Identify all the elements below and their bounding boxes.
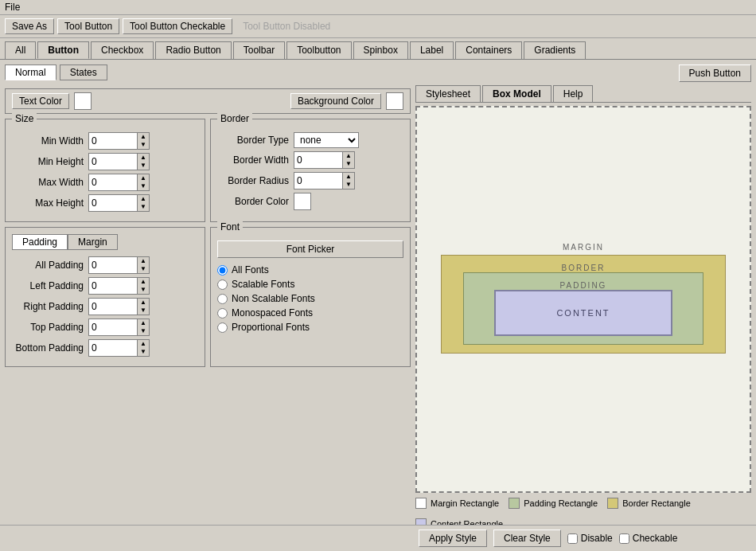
text-color-button[interactable]: Text Color	[12, 93, 69, 109]
tab-toolbar[interactable]: Toolbar	[233, 41, 285, 59]
right-tab-stylesheet[interactable]: Stylesheet	[415, 85, 481, 102]
margin-label: MARGIN	[563, 243, 604, 252]
max-height-spinbox[interactable]: ▲ ▼	[88, 194, 150, 212]
max-height-down[interactable]: ▼	[138, 203, 149, 211]
font-picker-button[interactable]: Font Picker	[217, 240, 403, 258]
border-width-spinbox[interactable]: ▲ ▼	[294, 151, 355, 169]
min-width-spinbox[interactable]: ▲ ▼	[88, 132, 150, 150]
right-padding-spinbox[interactable]: ▲ ▼	[88, 298, 150, 315]
top-padding-up[interactable]: ▲	[138, 319, 149, 327]
tab-containers[interactable]: Containers	[455, 41, 522, 59]
border-type-select[interactable]: none solid dashed dotted double	[294, 133, 358, 147]
apply-style-button[interactable]: Apply Style	[419, 530, 487, 547]
top-padding-input[interactable]	[89, 321, 137, 334]
min-height-down[interactable]: ▼	[138, 162, 149, 170]
top-padding-spinbox[interactable]: ▲ ▼	[88, 318, 150, 336]
border-group-title: Border	[217, 113, 252, 124]
bottom-padding-down[interactable]: ▼	[138, 348, 149, 356]
min-width-down[interactable]: ▼	[138, 141, 149, 149]
bottom-padding-up[interactable]: ▲	[138, 340, 149, 348]
radio-scalable-fonts[interactable]: Scalable Fonts	[217, 279, 403, 290]
tab-radio-button[interactable]: Radio Button	[155, 41, 231, 59]
max-width-up[interactable]: ▲	[138, 174, 149, 182]
checkable-checkbox-row[interactable]: Checkable	[619, 533, 678, 544]
tab-button[interactable]: Button	[37, 41, 89, 59]
top-padding-down[interactable]: ▼	[138, 327, 149, 335]
margin-tab[interactable]: Margin	[68, 234, 118, 250]
border-color-swatch[interactable]	[294, 193, 311, 210]
max-height-input[interactable]	[89, 197, 137, 209]
sub-tab-normal[interactable]: Normal	[5, 64, 57, 80]
right-padding-label: Right Padding	[12, 301, 84, 312]
push-button[interactable]: Push Button	[679, 64, 751, 82]
all-padding-up[interactable]: ▲	[138, 257, 149, 265]
min-width-row: Min Width ▲ ▼	[12, 132, 198, 150]
bottom-padding-input[interactable]	[89, 342, 137, 354]
radio-non-scalable-fonts-label: Non Scalable Fonts	[232, 293, 315, 304]
clear-style-button[interactable]: Clear Style	[493, 530, 561, 547]
radio-non-scalable-fonts-input[interactable]	[217, 294, 228, 304]
max-height-up[interactable]: ▲	[138, 195, 149, 203]
background-color-swatch[interactable]	[386, 92, 403, 110]
radio-all-fonts-input[interactable]	[217, 265, 228, 276]
radio-monospaced-fonts[interactable]: Monospaced Fonts	[217, 307, 403, 318]
min-height-spinbox[interactable]: ▲ ▼	[88, 153, 150, 170]
all-padding-spinbox[interactable]: ▲ ▼	[88, 256, 150, 274]
tab-toolbutton[interactable]: Toolbutton	[286, 41, 351, 59]
radio-all-fonts[interactable]: All Fonts	[217, 264, 403, 276]
right-padding-up[interactable]: ▲	[138, 299, 149, 307]
all-padding-down[interactable]: ▼	[138, 265, 149, 273]
radio-scalable-fonts-input[interactable]	[217, 279, 228, 290]
left-padding-input[interactable]	[89, 279, 137, 292]
border-radius-down[interactable]: ▼	[343, 181, 354, 189]
text-color-swatch[interactable]	[74, 92, 92, 110]
border-radius-input[interactable]	[294, 174, 342, 187]
tab-spinbox[interactable]: Spinbox	[353, 41, 408, 59]
padding-tab[interactable]: Padding	[12, 234, 68, 250]
all-padding-input[interactable]	[89, 259, 137, 272]
disable-checkbox[interactable]	[567, 533, 578, 544]
disable-checkbox-row[interactable]: Disable	[567, 533, 613, 544]
min-height-input[interactable]	[89, 155, 137, 168]
right-tab-help[interactable]: Help	[553, 85, 594, 102]
left-padding-spinbox[interactable]: ▲ ▼	[88, 277, 150, 295]
file-menu[interactable]: File	[5, 2, 20, 13]
tab-gradients[interactable]: Gradients	[524, 41, 586, 59]
min-width-up[interactable]: ▲	[138, 133, 149, 141]
border-type-select-wrapper[interactable]: none solid dashed dotted double	[294, 132, 359, 148]
radio-proportional-fonts-input[interactable]	[217, 322, 228, 333]
max-width-spinbox[interactable]: ▲ ▼	[88, 174, 150, 191]
border-width-input[interactable]	[294, 154, 342, 166]
border-type-row: Border Type none solid dashed dotted dou…	[217, 132, 403, 148]
radio-non-scalable-fonts[interactable]: Non Scalable Fonts	[217, 293, 403, 304]
left-padding-up[interactable]: ▲	[138, 278, 149, 286]
border-width-up[interactable]: ▲	[343, 152, 354, 160]
tool-button[interactable]: Tool Button	[57, 18, 119, 34]
min-height-up[interactable]: ▲	[138, 154, 149, 162]
padding-margin-group: Padding Margin All Padding ▲ ▼	[5, 227, 205, 367]
tool-button-checkable[interactable]: Tool Button Checkable	[123, 18, 232, 34]
radio-monospaced-fonts-input[interactable]	[217, 308, 228, 318]
checkable-checkbox[interactable]	[619, 533, 629, 544]
right-padding-input[interactable]	[89, 300, 137, 313]
max-width-down[interactable]: ▼	[138, 182, 149, 190]
sub-tab-states[interactable]: States	[60, 64, 107, 80]
right-tab-box-model[interactable]: Box Model	[482, 85, 551, 102]
right-padding-down[interactable]: ▼	[138, 307, 149, 315]
border-radius-spinbox[interactable]: ▲ ▼	[294, 172, 355, 190]
border-radius-up[interactable]: ▲	[343, 173, 354, 181]
min-height-arrows: ▲ ▼	[137, 154, 149, 170]
bottom-padding-spinbox[interactable]: ▲ ▼	[88, 339, 150, 357]
background-color-button[interactable]: Background Color	[290, 93, 381, 109]
disable-label: Disable	[581, 533, 613, 544]
min-width-input[interactable]	[89, 135, 137, 147]
tab-checkbox[interactable]: Checkbox	[91, 41, 154, 59]
tab-all[interactable]: All	[5, 41, 36, 59]
max-width-input[interactable]	[89, 176, 137, 189]
save-as-button[interactable]: Save As	[5, 18, 54, 34]
left-padding-down[interactable]: ▼	[138, 286, 149, 294]
border-width-down[interactable]: ▼	[343, 160, 354, 168]
tab-label[interactable]: Label	[410, 41, 454, 59]
radio-proportional-fonts[interactable]: Proportional Fonts	[217, 322, 403, 333]
legend-padding-swatch	[509, 498, 520, 509]
